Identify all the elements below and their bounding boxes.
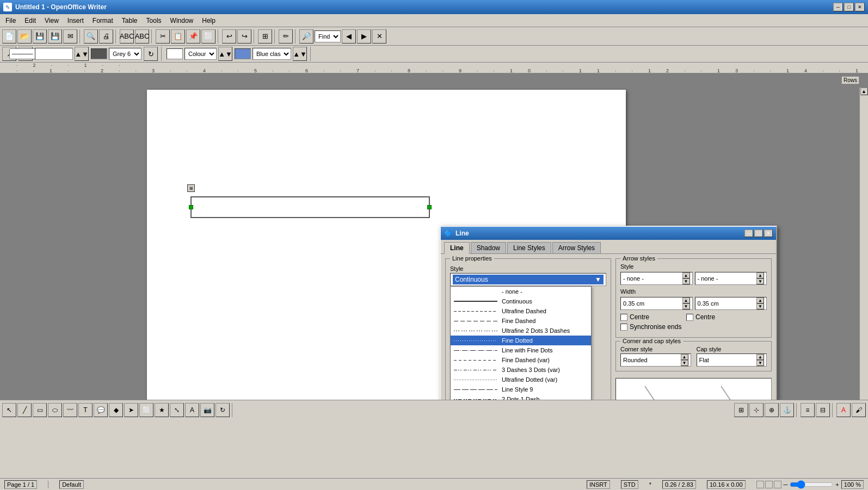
tab-line[interactable]: Line (444, 242, 470, 254)
ellipse-tool[interactable]: ⬭ (48, 403, 62, 417)
scroll-up-btn[interactable]: ▲ (860, 88, 868, 95)
centre-right-checkbox[interactable] (686, 314, 693, 321)
dropdown-fine-dashed[interactable]: Fine Dashed (451, 316, 591, 326)
shadow-select[interactable]: Blue clas (253, 48, 291, 60)
menu-edit[interactable]: Edit (21, 16, 39, 26)
find-button[interactable]: 🔎 (299, 29, 313, 44)
arrow-end-up[interactable]: ▲ (756, 272, 764, 278)
width-left-input[interactable]: 0.35 cm ▲ ▼ (620, 297, 693, 310)
open-button[interactable]: 📂 (17, 29, 32, 44)
tab-shadow[interactable]: Shadow (471, 242, 506, 253)
dropdown-u2d3d[interactable]: Ultrafine 2 Dots 3 Dashes (451, 326, 591, 336)
handle-left-center[interactable] (189, 205, 193, 209)
menu-format[interactable]: Format (89, 16, 116, 26)
dialog-maximize[interactable]: □ (754, 230, 763, 237)
save-as-button[interactable]: 💾 (48, 29, 62, 44)
cap-down[interactable]: ▼ (756, 360, 764, 366)
arrow-end-spin[interactable]: ▲ ▼ (756, 272, 764, 284)
dropdown-2d1d[interactable]: 2 Dots 1 Dash (451, 394, 591, 400)
rect-tool[interactable]: ▭ (33, 403, 47, 417)
menu-view[interactable]: View (41, 16, 62, 26)
zoom-in-icon[interactable]: + (835, 481, 839, 488)
width-right-spin[interactable]: ▲ ▼ (756, 297, 764, 309)
paste-button[interactable]: 📌 (186, 29, 200, 44)
menu-tools[interactable]: Tools (143, 16, 165, 26)
edit-points-tool[interactable]: ⊕ (765, 403, 779, 417)
view-book-btn[interactable] (774, 481, 781, 488)
line-tool[interactable]: ╱ (17, 403, 32, 417)
view-double-btn[interactable] (765, 481, 773, 488)
from-file-tool[interactable]: 📷 (200, 403, 214, 417)
snap-points-tool[interactable]: ⊹ (749, 403, 764, 417)
insert-mode[interactable]: INSRT (587, 480, 610, 489)
fontcolor-tool[interactable]: 🖌 (852, 403, 866, 417)
dropdown-continuous[interactable]: Continuous (451, 296, 591, 306)
close-button[interactable]: ✕ (855, 3, 865, 11)
line-style-dropdown[interactable]: ───── (19, 47, 33, 61)
undo-button[interactable]: ↩ (222, 29, 236, 44)
zoom-out-icon[interactable]: ─ (784, 481, 788, 488)
arrow-end-down[interactable]: ▼ (756, 278, 764, 284)
find-select[interactable]: Find (315, 30, 341, 42)
arrow-start-down[interactable]: ▼ (682, 278, 690, 284)
dropdown-line-fine-dots[interactable]: Line with Fine Dots (451, 345, 591, 355)
freeform-tool[interactable]: 〰 (63, 403, 77, 417)
block-arrows-tool[interactable]: ➤ (124, 403, 138, 417)
menu-window[interactable]: Window (167, 16, 197, 26)
basic-shapes-tool[interactable]: ◆ (109, 403, 123, 417)
style-dropdown-list[interactable]: - none - Continuous Ultrafine Dashed (450, 286, 592, 400)
select-tool[interactable]: ↖ (2, 403, 16, 417)
style-select-trigger[interactable]: Continuous ▼ (450, 273, 606, 286)
copy-button[interactable]: 📋 (171, 29, 185, 44)
redo-button[interactable]: ↪ (237, 29, 251, 44)
dialog-close[interactable]: ✕ (764, 230, 773, 237)
width-left-up[interactable]: ▲ (682, 297, 690, 303)
menu-table[interactable]: Table (119, 16, 141, 26)
width-right-input[interactable]: 0.35 cm ▲ ▼ (695, 297, 767, 310)
stars-tool[interactable]: ★ (155, 403, 169, 417)
line-width-input[interactable]: 0.35 cm (35, 48, 73, 60)
arrow-start-spin[interactable]: ▲ ▼ (682, 272, 690, 284)
arrow-start-up[interactable]: ▲ (682, 272, 690, 278)
align-tool[interactable]: ≡ (801, 403, 815, 417)
sync-checkbox[interactable] (620, 324, 627, 331)
right-scrollbar[interactable]: ▲ ▼ (859, 88, 868, 400)
print-preview-button[interactable]: 🔍 (84, 29, 98, 44)
save-button[interactable]: 💾 (33, 29, 47, 44)
menu-file[interactable]: File (2, 16, 19, 26)
maximize-button[interactable]: □ (844, 3, 854, 11)
line-color-select[interactable]: Grey 6 (109, 48, 141, 60)
zoom-slider[interactable] (790, 481, 833, 488)
width-left-down[interactable]: ▼ (682, 303, 690, 309)
snap-grid-tool[interactable]: ⊞ (734, 403, 748, 417)
fontwork-tool[interactable]: A (185, 403, 199, 417)
line-width-spin[interactable]: ▲▼ (75, 47, 89, 61)
spellcheck-button[interactable]: ABC (120, 29, 134, 44)
width-right-down[interactable]: ▼ (756, 303, 764, 309)
title-bar-controls[interactable]: ─ □ ✕ (833, 3, 865, 11)
cap-style-select[interactable]: Flat ▲ ▼ (697, 353, 767, 367)
color-highlight-tool[interactable]: A (836, 403, 851, 417)
corner-style-select[interactable]: Rounded ▲ ▼ (620, 353, 691, 367)
dialog-controls[interactable]: ─ □ ✕ (744, 230, 773, 237)
corner-up[interactable]: ▲ (681, 354, 688, 360)
email-button[interactable]: ✉ (63, 29, 77, 44)
cap-up[interactable]: ▲ (756, 354, 764, 360)
centre-left-checkbox[interactable] (620, 314, 627, 321)
menu-insert[interactable]: Insert (64, 16, 87, 26)
dropdown-fine-dashed-var[interactable]: Fine Dashed (var) (451, 355, 591, 365)
callout-tool[interactable]: 💬 (94, 403, 108, 417)
glue-tool[interactable]: ⚓ (780, 403, 794, 417)
arrow-end-select[interactable]: - none - ▲ ▼ (695, 272, 767, 285)
dropdown-3d3d[interactable]: 3 Dashes 3 Dots (var) (451, 365, 591, 375)
width-right-up[interactable]: ▲ (756, 297, 764, 303)
distribute-tool[interactable]: ⊟ (816, 403, 830, 417)
resize-handle-icon[interactable]: ⊞ (187, 184, 195, 192)
tab-arrow-styles[interactable]: Arrow Styles (552, 242, 601, 253)
refresh-btn[interactable]: ↻ (144, 47, 158, 61)
print-button[interactable]: 🖨 (99, 29, 113, 44)
connector-tool[interactable]: ⤡ (170, 403, 184, 417)
autocorrect-button[interactable]: ABC (135, 29, 149, 44)
dropdown-line9[interactable]: Line Style 9 (451, 384, 591, 394)
draw-button[interactable]: ✏ (279, 29, 293, 44)
